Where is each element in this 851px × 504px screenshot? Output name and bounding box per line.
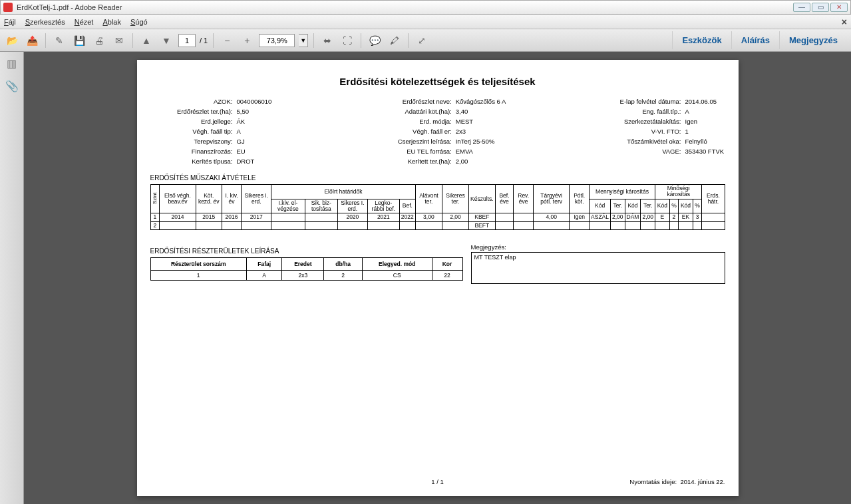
page-total: / 1	[200, 37, 208, 45]
hdr-value: EMVA	[456, 148, 496, 155]
page-up-icon[interactable]: ▲	[138, 33, 154, 49]
menu-window[interactable]: Ablak	[102, 18, 121, 26]
sign-button[interactable]: Aláírás	[731, 31, 779, 49]
section1-header: ERDŐSÍTÉS MŰSZAKI ÁTVÉTELE	[150, 174, 725, 182]
comment-box: Megjegyzés: MT TESZT elap	[471, 243, 725, 284]
hdr-label: V-VI. FTO:	[599, 128, 685, 135]
hdr-value: EU	[237, 148, 277, 155]
save-icon[interactable]: 💾	[71, 33, 87, 49]
menu-edit[interactable]: Szerkesztés	[25, 18, 65, 26]
hdr-label: Kerített ter.(ha):	[369, 158, 456, 165]
doc-close-button[interactable]: ×	[842, 17, 847, 27]
comment-icon[interactable]: 💬	[367, 33, 383, 49]
hdr-value: InTerj 25-50%	[456, 138, 496, 145]
separator	[361, 33, 361, 48]
open-icon[interactable]: 📂	[4, 33, 20, 49]
hdr-label: Erdőrészlet neve:	[369, 98, 456, 105]
hdr-value: A	[685, 108, 725, 115]
hdr-value: 2,00	[456, 158, 496, 165]
menu-file[interactable]: Fájl	[4, 18, 16, 26]
hdr-label: Erdőrészlet ter.(ha):	[150, 108, 237, 115]
hdr-value: 0040006010	[237, 98, 277, 105]
email-icon[interactable]: ✉	[111, 33, 127, 49]
hdr-label: Végh. faáll er:	[369, 128, 456, 135]
minimize-button[interactable]: —	[793, 3, 810, 12]
menu-view[interactable]: Nézet	[75, 18, 94, 26]
fit-width-icon[interactable]: ⬌	[319, 33, 335, 49]
page-footer: 1 / 1 Nyomtatás ideje: 2014. június 22.	[150, 478, 725, 485]
hdr-label: AZOK:	[150, 98, 237, 105]
highlight-icon[interactable]: 🖍	[387, 33, 403, 49]
hdr-label: Cserjeszint leírása:	[369, 138, 456, 145]
hdr-label: Tőszámkivétel oka:	[599, 138, 685, 145]
hdr-value: 2014.06.05	[685, 98, 725, 105]
header-grid: AZOK:0040006010Erdőrészlet ter.(ha):5,50…	[150, 98, 725, 165]
hdr-value: 1	[685, 128, 725, 135]
footer-print: Nyomtatás ideje: 2014. június 22.	[629, 478, 725, 485]
hdr-value: DROT	[237, 158, 277, 165]
hdr-value: A	[237, 128, 277, 135]
comment-title: Megjegyzés:	[471, 243, 725, 251]
edit-icon[interactable]: ✎	[51, 33, 67, 49]
hdr-label: Eng. faáll.típ.:	[599, 108, 685, 115]
close-button[interactable]: ✕	[830, 3, 848, 12]
menu-bar: Fájl Szerkesztés Nézet Ablak Súgó ×	[0, 15, 851, 29]
document-title: Erdősítési kötelezettségek és teljesítés…	[150, 76, 725, 87]
page-scroll[interactable]: Erdősítési kötelezettségek és teljesítés…	[24, 52, 851, 504]
hdr-value: Felnyíló	[685, 138, 725, 145]
hdr-label: E-lap felvétel dátuma:	[599, 98, 685, 105]
maximize-button[interactable]: ▭	[812, 3, 829, 12]
right-panel-buttons: Eszközök Aláírás Megjegyzés	[672, 31, 847, 49]
attachments-icon[interactable]: 📎	[5, 80, 19, 93]
hdr-label: Finanszírozás:	[150, 148, 237, 155]
print-icon[interactable]: 🖨	[91, 33, 107, 49]
hdr-label: Adattári köt.(ha):	[369, 108, 456, 115]
fit-page-icon[interactable]: ⛶	[339, 33, 355, 49]
hdr-value: ÁK	[237, 118, 277, 125]
thumbnails-icon[interactable]: ▥	[5, 57, 19, 70]
section2-header: ERDŐSÍTÉSI RÉSZTERÜLETEK LEÍRÁSA	[150, 247, 463, 255]
zoom-out-icon[interactable]: −	[219, 33, 235, 49]
separator	[213, 33, 214, 48]
tools-button[interactable]: Eszközök	[672, 31, 731, 49]
hdr-value: MEST	[456, 118, 496, 125]
zoom-dropdown[interactable]: ▼	[299, 34, 308, 47]
hdr-value: 3,40	[456, 108, 496, 115]
separator	[45, 33, 46, 48]
separator	[132, 33, 133, 48]
hdr-value: 2x3	[456, 128, 496, 135]
menu-help[interactable]: Súgó	[130, 18, 148, 26]
hdr-label: EU TEL forrása:	[369, 148, 456, 155]
page-input[interactable]	[178, 34, 196, 47]
zoom-value[interactable]: 73,9%	[259, 34, 295, 47]
separator	[408, 33, 409, 48]
zoom-in-icon[interactable]: +	[239, 33, 255, 49]
hdr-value: Kővágószőlős 6 A	[456, 98, 506, 105]
table-muszaki: Szint Első végh. beav.évKöt. kezd. évI. …	[150, 184, 725, 230]
comment-button[interactable]: Megjegyzés	[779, 31, 847, 49]
header-col-2: Erdőrészlet neve:Kővágószőlős 6 AAdattár…	[369, 98, 506, 165]
read-mode-icon[interactable]: ⤢	[414, 33, 430, 49]
workspace: ▥ 📎 Erdősítési kötelezettségek és teljes…	[0, 52, 851, 504]
hdr-label: Szerkezetátalakítás:	[599, 118, 685, 125]
hdr-value: Igen	[685, 118, 725, 125]
export-icon[interactable]: 📤	[24, 33, 40, 49]
bottom-row: ERDŐSÍTÉSI RÉSZTERÜLETEK LEÍRÁSA Részter…	[150, 243, 725, 284]
hdr-label: Terepviszony:	[150, 138, 237, 145]
hdr-label: Végh. faáll tip:	[150, 128, 237, 135]
header-col-3: E-lap felvétel dátuma:2014.06.05Eng. faá…	[599, 98, 725, 165]
page-down-icon[interactable]: ▼	[158, 33, 174, 49]
table-reszterulet: Részterület sorszámFafajEredetdb/haElegy…	[150, 257, 463, 281]
pdf-page: Erdősítési kötelezettségek és teljesítés…	[137, 60, 739, 496]
sidebar: ▥ 📎	[0, 52, 24, 504]
hdr-value: 353430 FTVK	[685, 148, 725, 155]
comment-text: MT TESZT elap	[471, 252, 725, 284]
title-bar: ErdKotTelj-1.pdf - Adobe Reader — ▭ ✕	[0, 0, 851, 15]
hdr-label: Erd.jellege:	[150, 118, 237, 125]
hdr-value: GJ	[237, 138, 277, 145]
app-icon	[3, 3, 13, 12]
hdr-label: Erd. módja:	[369, 118, 456, 125]
separator	[313, 33, 314, 48]
hdr-label: Kerítés típusa:	[150, 158, 237, 165]
window-title: ErdKotTelj-1.pdf - Adobe Reader	[17, 3, 793, 11]
